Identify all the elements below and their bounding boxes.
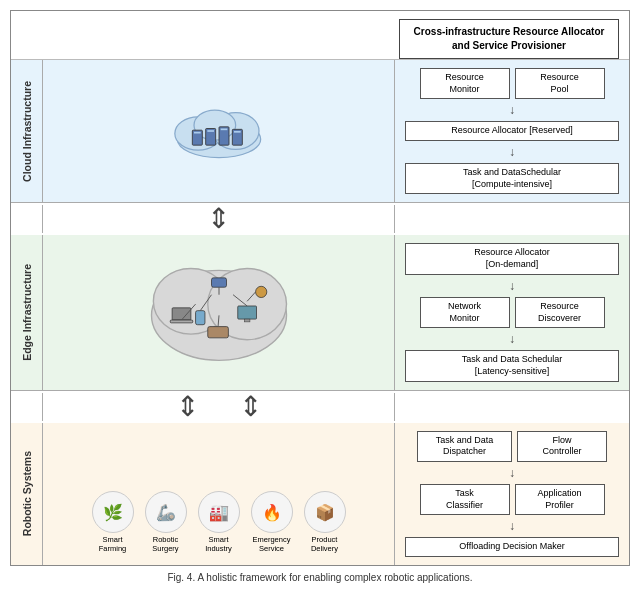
arrow-spacer2-left bbox=[11, 393, 43, 421]
smart-farming-icon: 🌿 bbox=[92, 491, 134, 533]
svg-rect-18 bbox=[170, 320, 193, 323]
cloud-arrow1: ↓ bbox=[405, 104, 619, 116]
cloud-comp-row1: ResourceMonitor ResourcePool bbox=[405, 68, 619, 99]
cloud-components: ResourceMonitor ResourcePool ↓ Resource … bbox=[394, 60, 629, 202]
robotic-arrow1: ↓ bbox=[405, 467, 619, 479]
svg-rect-9 bbox=[207, 130, 214, 132]
svg-rect-22 bbox=[237, 305, 256, 318]
application-profiler-box: ApplicationProfiler bbox=[515, 484, 605, 515]
robot-product-delivery: 📦 Product Delivery bbox=[302, 491, 347, 553]
cloud-edge-bidirectional-arrow: ⇕ bbox=[207, 205, 230, 233]
edge-robotic-arrows: ⇕ ⇕ bbox=[11, 391, 629, 423]
smart-farming-label: Smart Farming bbox=[90, 535, 135, 553]
robot-smart-farming: 🌿 Smart Farming bbox=[90, 491, 135, 553]
robots-row: 🌿 Smart Farming 🦾 Robotic Surgery 🏭 Smar… bbox=[90, 491, 347, 553]
network-monitor-box: NetworkMonitor bbox=[420, 297, 510, 328]
resource-discoverer-box: ResourceDiscoverer bbox=[515, 297, 605, 328]
task-classifier-box: TaskClassifier bbox=[420, 484, 510, 515]
cloud-arrow2: ↓ bbox=[405, 146, 619, 158]
top-allocator-row: Cross-infrastructure Resource Allocator … bbox=[11, 11, 629, 60]
product-delivery-label: Product Delivery bbox=[302, 535, 347, 553]
edge-arrow2: ↓ bbox=[405, 333, 619, 345]
robot-robotic-surgery: 🦾 Robotic Surgery bbox=[143, 491, 188, 553]
smart-industry-label: Smart Industry bbox=[196, 535, 241, 553]
cloud-visual-col bbox=[43, 60, 394, 202]
arrow-spacer-left bbox=[11, 205, 43, 233]
svg-rect-15 bbox=[211, 277, 226, 286]
svg-rect-23 bbox=[244, 319, 250, 322]
robotic-label-wrapper: Robotic Systems bbox=[11, 423, 43, 565]
allocator-title-line1: Cross-infrastructure Resource Allocator bbox=[414, 26, 605, 37]
cloud-edge-arrow-center: ⇕ bbox=[43, 205, 394, 233]
cloud-servers-visual bbox=[169, 101, 269, 161]
edge-robotic-arrow-center: ⇕ ⇕ bbox=[43, 393, 394, 421]
svg-point-27 bbox=[255, 286, 266, 297]
emergency-service-icon: 🔥 bbox=[251, 491, 293, 533]
emergency-service-label: Emergency Service bbox=[249, 535, 294, 553]
edge-layer: Edge Infrastructure bbox=[11, 235, 629, 390]
cloud-label: Cloud Infrastructure bbox=[21, 81, 33, 182]
resource-allocator-reserved-box: Resource Allocator [Reserved] bbox=[405, 121, 619, 141]
robotic-surgery-icon: 🦾 bbox=[145, 491, 187, 533]
edge-label-wrapper: Edge Infrastructure bbox=[11, 235, 43, 389]
edge-robotic-arrow2: ⇕ bbox=[239, 393, 262, 421]
cloud-edge-arrows: ⇕ bbox=[11, 203, 629, 235]
figure-caption: Fig. 4. A holistic framework for enablin… bbox=[167, 572, 472, 583]
flow-controller-box: FlowController bbox=[517, 431, 607, 462]
robotic-label: Robotic Systems bbox=[21, 451, 33, 536]
svg-rect-25 bbox=[207, 326, 228, 337]
robot-smart-industry: 🏭 Smart Industry bbox=[196, 491, 241, 553]
svg-rect-17 bbox=[172, 307, 191, 319]
task-data-scheduler-cloud-box: Task and DataSchedular[Compute-intensive… bbox=[405, 163, 619, 194]
resource-pool-box: ResourcePool bbox=[515, 68, 605, 99]
product-delivery-icon: 📦 bbox=[304, 491, 346, 533]
svg-rect-20 bbox=[195, 310, 204, 324]
resource-allocator-ondemand-box: Resource Allocator[On-demand] bbox=[405, 243, 619, 274]
robotic-surgery-label: Robotic Surgery bbox=[143, 535, 188, 553]
allocator-title-line2: and Service Provisioner bbox=[452, 40, 566, 51]
svg-rect-10 bbox=[220, 129, 227, 131]
cloud-label-wrapper: Cloud Infrastructure bbox=[11, 60, 43, 202]
task-data-scheduler-edge-box: Task and Data Schedular[Latency-sensitiv… bbox=[405, 350, 619, 381]
edge-robotic-arrow1: ⇕ bbox=[176, 393, 199, 421]
resource-monitor-box: ResourceMonitor bbox=[420, 68, 510, 99]
arrow-spacer2-right bbox=[394, 393, 629, 421]
offloading-decision-maker-box: Offloading Decision Maker bbox=[405, 537, 619, 557]
robotic-arrow2: ↓ bbox=[405, 520, 619, 532]
robotic-visual-col: 🌿 Smart Farming 🦾 Robotic Surgery 🏭 Smar… bbox=[43, 423, 394, 565]
diagram: Cross-infrastructure Resource Allocator … bbox=[10, 10, 630, 566]
robotic-layer: Robotic Systems 🌿 Smart Farming 🦾 Roboti… bbox=[11, 423, 629, 565]
robotic-comp-row1: Task and DataDispatcher FlowController bbox=[405, 431, 619, 462]
edge-arrow1: ↓ bbox=[405, 280, 619, 292]
smart-industry-icon: 🏭 bbox=[198, 491, 240, 533]
edge-components: Resource Allocator[On-demand] ↓ NetworkM… bbox=[394, 235, 629, 389]
top-allocator-box: Cross-infrastructure Resource Allocator … bbox=[399, 19, 619, 59]
edge-visual-col bbox=[43, 235, 394, 389]
edge-comp-row2: NetworkMonitor ResourceDiscoverer bbox=[405, 297, 619, 328]
svg-rect-11 bbox=[234, 131, 241, 133]
edge-network-icon bbox=[144, 258, 294, 368]
robotic-components: Task and DataDispatcher FlowController ↓… bbox=[394, 423, 629, 565]
cloud-layer: Cloud Infrastructure bbox=[11, 60, 629, 203]
cloud-icon bbox=[169, 101, 269, 161]
edge-label: Edge Infrastructure bbox=[21, 264, 33, 361]
robotic-comp-row2: TaskClassifier ApplicationProfiler bbox=[405, 484, 619, 515]
arrow-spacer-right bbox=[394, 205, 629, 233]
task-data-dispatcher-box: Task and DataDispatcher bbox=[417, 431, 512, 462]
svg-rect-8 bbox=[194, 132, 201, 134]
robot-emergency-service: 🔥 Emergency Service bbox=[249, 491, 294, 553]
